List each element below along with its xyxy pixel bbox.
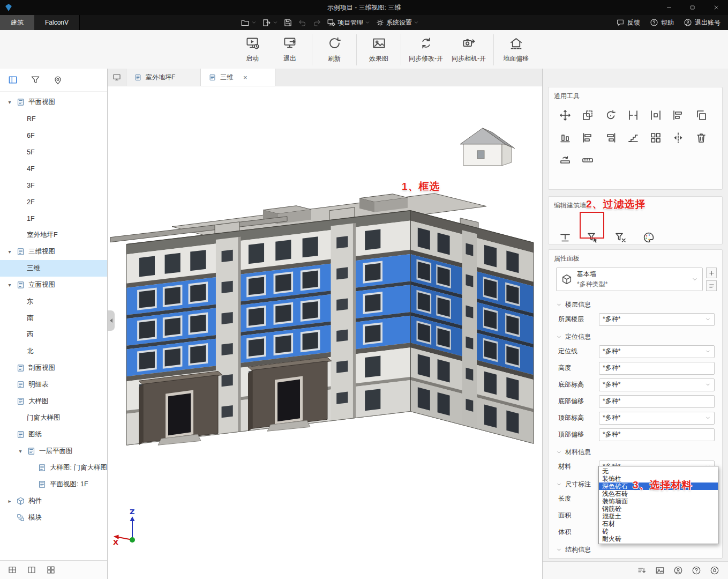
bottom-offset-input[interactable]: *多种* [599,395,715,408]
launch-button[interactable]: 启动 [234,33,271,66]
tree-item[interactable]: 大样图 [0,393,107,410]
material-option[interactable]: 砖 [599,528,718,535]
match-material-button[interactable] [642,231,656,244]
tree-item[interactable]: 平面视图: 1F [0,476,107,493]
tree-item[interactable]: 大样图: 门窗大样图 [0,459,107,476]
wall-attach-button[interactable] [558,231,572,244]
doc-tab-ground[interactable]: 室外地坪F [126,69,201,86]
delete-tool-button[interactable] [694,131,708,145]
panel-toggle-icon[interactable] [7,75,18,85]
tab-architecture[interactable]: 建筑 [0,15,34,30]
tree-item[interactable]: ▸构件 [0,493,107,509]
tree-item[interactable]: 5F [0,144,107,160]
snapshot-icon[interactable] [655,566,665,575]
location-icon[interactable] [52,75,63,85]
tree-item[interactable]: 北 [0,343,107,360]
align-left-tool-button[interactable] [581,131,595,145]
align-bottom-tool-button[interactable] [558,131,572,145]
view-list-icon[interactable] [637,566,647,575]
undo-button[interactable] [298,18,307,27]
bottom-level-select[interactable]: *多种* [599,378,715,391]
trim-tool-button[interactable] [626,108,640,122]
rotate-tool-button[interactable] [604,108,618,122]
3d-building-model[interactable]: Z X [108,86,542,579]
material-option[interactable]: 混凝土 [599,513,718,520]
project-management-menu[interactable]: 项目管理 [327,18,370,27]
align-edge-tool-button[interactable] [671,108,685,122]
tree-item[interactable]: ▾平面视图 [0,94,107,110]
doc-tab-3d[interactable]: 三维 × [201,69,275,86]
material-dropdown[interactable]: 无装饰柱深色砖石浅色石砖装饰墙面钢筋砼混凝土石材砖耐火砖 [598,466,718,544]
distribute-tool-button[interactable] [649,108,663,122]
top-offset-input[interactable]: *多种* [599,428,715,441]
top-level-select[interactable]: *多种* [599,412,715,425]
section-material-info[interactable]: 材料信息 [549,443,722,458]
material-option[interactable]: 钢筋砼 [599,505,718,513]
filter-remove-button[interactable] [614,231,628,244]
expand-arrow-icon[interactable]: ▾ [6,249,13,255]
tree-item[interactable]: 三维 [0,260,107,277]
height-input[interactable]: *多种* [599,362,715,375]
open-file-button[interactable] [241,18,257,27]
location-icon[interactable] [710,566,719,575]
house-model[interactable] [460,128,515,166]
tab-falconv[interactable]: FalconV [34,15,80,30]
expand-arrow-icon[interactable]: ▾ [6,99,13,105]
copy-tool-button[interactable] [694,108,708,122]
floor-select[interactable]: *多种* [599,313,715,326]
add-type-button[interactable] [706,268,717,278]
ground-offset-button[interactable]: 地面偏移 [497,33,535,66]
save-button[interactable] [283,18,292,27]
material-option[interactable]: 装饰墙面 [599,498,718,505]
grid-four-icon[interactable] [46,565,56,575]
close-button[interactable] [704,0,728,15]
sync-edit-toggle[interactable]: 同步修改-开 [404,33,447,66]
system-settings-menu[interactable]: 系统设置 [376,18,419,27]
tree-item[interactable]: RF [0,110,107,127]
entrance-porch[interactable] [248,357,332,431]
collapse-arrow-icon[interactable]: ▸ [6,498,13,504]
redo-button[interactable] [312,18,321,27]
close-tab-icon[interactable]: × [243,74,247,81]
export-button[interactable] [262,18,278,27]
array-tool-button[interactable] [649,131,663,145]
align-right-tool-button[interactable] [604,131,618,145]
tree-item[interactable]: 室外地坪F [0,227,107,243]
steps-array-tool-button[interactable] [626,131,640,145]
tree-item[interactable]: 模块 [0,509,107,526]
wall-type-selector[interactable]: 基本墙 *多种类型* [556,268,703,291]
filter-icon[interactable] [30,75,41,85]
maximize-button[interactable] [681,0,704,15]
sidebar-collapse-handle[interactable] [108,310,115,331]
logout-button[interactable]: 退出账号 [684,18,721,27]
tree-item[interactable]: 4F [0,160,107,177]
locate-line-select[interactable]: *多种* [599,345,715,358]
tree-item[interactable]: 南 [0,310,107,326]
tree-item[interactable]: 剖面视图 [0,360,107,376]
help-button[interactable]: 帮助 [650,18,674,27]
tree-item[interactable]: ▾三维视图 [0,243,107,260]
tree-item[interactable]: 明细表 [0,376,107,393]
tree-item[interactable]: ▾一层平面图 [0,443,107,459]
flip-wall-tool-button[interactable] [558,153,572,167]
expand-arrow-icon[interactable]: ▾ [6,282,13,288]
refresh-button[interactable]: 刷新 [316,33,353,66]
tree-item[interactable]: 门窗大样图 [0,410,107,426]
tree-item[interactable]: 东 [0,293,107,310]
tree-item[interactable]: 6F [0,127,107,144]
measure-tool-button[interactable] [581,153,595,167]
move-tool-button[interactable] [558,108,572,122]
tree-item[interactable]: 1F [0,210,107,227]
material-option[interactable]: 石材 [599,520,718,528]
offset-tool-button[interactable] [581,108,595,122]
minimize-button[interactable] [657,0,681,15]
view-switcher-button[interactable] [108,69,126,86]
help-icon[interactable] [692,566,701,575]
tree-item[interactable]: ▾立面视图 [0,277,107,293]
account-icon[interactable] [673,566,683,575]
section-position-info[interactable]: 定位信息 [549,328,722,343]
entrance-porch[interactable] [139,371,222,445]
tree-item[interactable]: 2F [0,194,107,210]
feedback-button[interactable]: 反馈 [616,18,640,27]
sync-camera-toggle[interactable]: 同步相机-开 [447,33,490,66]
